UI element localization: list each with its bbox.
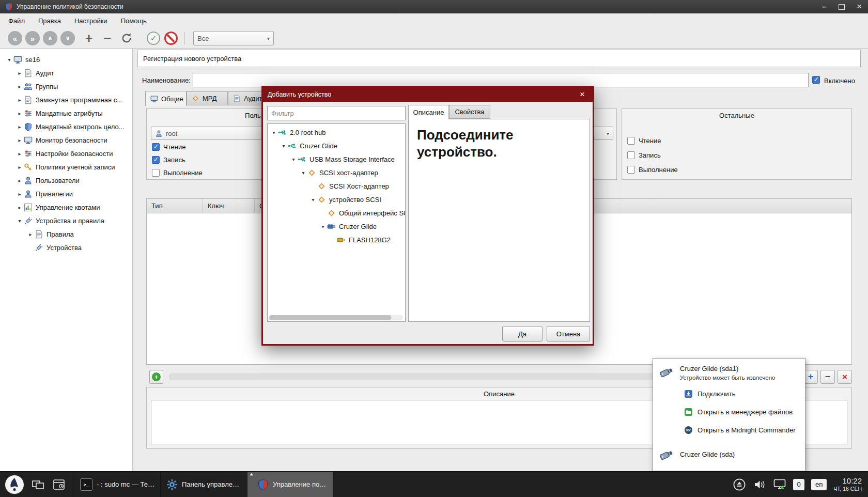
- chevron-down-icon[interactable]: [16, 218, 24, 224]
- keyboard-layout-indicator[interactable]: en: [811, 479, 827, 490]
- minimize-button[interactable]: [815, 0, 833, 13]
- yes-button[interactable]: Да: [502, 326, 542, 341]
- removable-media-icon[interactable]: [733, 478, 746, 491]
- sidebar-item-groups[interactable]: Группы: [0, 80, 132, 93]
- sidebar-item-privileges[interactable]: Привилегии: [0, 187, 132, 200]
- chevron-down-icon[interactable]: [309, 197, 317, 203]
- tree-item-mass-storage[interactable]: USB Mass Storage Interface: [268, 152, 405, 166]
- others-exec-row[interactable]: Выполнение: [627, 166, 678, 174]
- device-row-sda[interactable]: Cruzer Glide (sda): [658, 446, 735, 463]
- back-button[interactable]: [8, 31, 22, 45]
- chevron-down-icon[interactable]: [299, 170, 307, 176]
- others-write-row[interactable]: Запись: [627, 151, 661, 159]
- action-open-mc[interactable]: Открыть в Midnight Commander: [684, 426, 795, 434]
- sidebar-item-se16[interactable]: se16: [0, 53, 132, 66]
- start-menu-button[interactable]: [5, 475, 24, 494]
- chevron-right-icon[interactable]: [16, 97, 24, 103]
- forward-button[interactable]: [25, 31, 40, 45]
- add-attribute-button[interactable]: [149, 370, 163, 384]
- chevron-down-icon[interactable]: [289, 157, 298, 162]
- tree-item-flash-partition[interactable]: FLASH128G2: [268, 233, 405, 246]
- chevron-right-icon[interactable]: [16, 137, 24, 143]
- tree-item-scsi-device[interactable]: устройство SCSI: [268, 193, 405, 206]
- chevron-right-icon[interactable]: [16, 191, 24, 197]
- apply-button[interactable]: [147, 32, 160, 45]
- chevron-down-icon[interactable]: [5, 57, 13, 63]
- sidebar-item-devices[interactable]: Устройства: [0, 241, 132, 254]
- tree-item-scsi-generic[interactable]: Общий интерфейс SCSI: [268, 206, 405, 220]
- device-row-sda1[interactable]: Cruzer Glide (sda1) Устройство может быт…: [658, 364, 775, 381]
- filter-scope-combobox[interactable]: Все: [193, 31, 274, 45]
- chevron-right-icon[interactable]: [16, 164, 24, 170]
- chevron-down-icon[interactable]: [280, 143, 288, 149]
- sidebar-item-integrity-control[interactable]: Мандатный контроль цело...: [0, 120, 132, 133]
- chevron-right-icon[interactable]: [16, 178, 24, 183]
- others-read-row[interactable]: Чтение: [627, 137, 661, 145]
- clock[interactable]: 10:22 ЧТ, 16 СЕН: [833, 476, 862, 492]
- tree-item-scsi-host[interactable]: SCSI хост-адаптер: [268, 166, 405, 179]
- maximize-button[interactable]: [833, 0, 850, 13]
- sidebar-item-quotas[interactable]: Управление квотами: [0, 200, 132, 214]
- remote-display-icon[interactable]: [773, 478, 786, 491]
- close-button[interactable]: [850, 0, 868, 13]
- dialog-close-button[interactable]: [577, 89, 588, 100]
- task-control-panel[interactable]: Панель управления: [160, 472, 247, 497]
- dialog-titlebar[interactable]: Добавить устройство: [263, 87, 593, 102]
- menu-help[interactable]: Помощь: [114, 14, 153, 27]
- scrollbar-thumb[interactable]: [269, 315, 391, 320]
- enabled-checkbox[interactable]: [812, 76, 820, 84]
- dialog-tab-properties[interactable]: Свойства: [449, 105, 490, 119]
- sidebar-item-users[interactable]: Пользователи: [0, 174, 132, 187]
- chevron-right-icon[interactable]: [16, 70, 24, 76]
- volume-icon[interactable]: [753, 478, 766, 491]
- refresh-button[interactable]: [120, 32, 133, 44]
- sidebar-item-mandatory-attrs[interactable]: Мандатные атрибуты: [0, 106, 132, 120]
- read-checkbox[interactable]: [627, 137, 635, 145]
- users-write-row[interactable]: Запись: [152, 156, 185, 164]
- chevron-down-icon[interactable]: [270, 130, 278, 135]
- sidebar-item-audit[interactable]: Аудит: [0, 66, 132, 80]
- sidebar-item-closed-software[interactable]: Замкнутая программная с...: [0, 93, 132, 106]
- users-exec-row[interactable]: Выполнение: [152, 169, 203, 177]
- cancel-button[interactable]: [164, 32, 178, 45]
- task-terminal[interactable]: - : sudo mc — Терм...: [74, 472, 160, 497]
- exec-checkbox[interactable]: [152, 169, 160, 177]
- tree-item-root-hub[interactable]: 2.0 root hub: [268, 126, 405, 139]
- users-read-row[interactable]: Чтение: [152, 143, 185, 151]
- tree-item-cruzer[interactable]: Cruzer Glide: [268, 139, 405, 152]
- task-security-policy[interactable]: Управление поли...: [247, 472, 333, 497]
- column-header-key[interactable]: Ключ: [203, 199, 255, 213]
- column-header-type[interactable]: Тип: [147, 199, 203, 213]
- up-button[interactable]: [43, 31, 57, 45]
- down-button[interactable]: [60, 31, 75, 45]
- sidebar-item-devices-rules[interactable]: Устройства и правила: [0, 214, 132, 227]
- notification-counter[interactable]: 0: [793, 479, 804, 490]
- add-item-button[interactable]: [803, 370, 818, 384]
- exec-checkbox[interactable]: [627, 166, 635, 174]
- scheduler-icon[interactable]: [52, 478, 66, 491]
- chevron-down-icon[interactable]: [319, 224, 327, 229]
- sidebar-item-security-monitor[interactable]: Монитор безопасности: [0, 133, 132, 147]
- action-mount[interactable]: Подключить: [684, 390, 736, 398]
- read-checkbox[interactable]: [152, 143, 160, 151]
- dialog-tab-description[interactable]: Описание: [408, 105, 449, 119]
- tab-mrd[interactable]: МРД: [187, 91, 228, 105]
- chevron-right-icon[interactable]: [16, 205, 24, 210]
- menu-file[interactable]: Файл: [2, 14, 32, 27]
- tree-horizontal-scrollbar[interactable]: [269, 315, 403, 320]
- name-input[interactable]: [193, 73, 809, 87]
- write-checkbox[interactable]: [152, 156, 160, 164]
- tab-general[interactable]: Общие: [145, 91, 187, 106]
- tree-item-cruzer-disk[interactable]: Cruzer Glide: [268, 220, 405, 233]
- write-checkbox[interactable]: [627, 151, 635, 159]
- delete-item-button[interactable]: [838, 370, 852, 384]
- chevron-right-icon[interactable]: [16, 124, 24, 130]
- action-open-file-manager[interactable]: Открыть в менеджере файлов: [684, 408, 793, 416]
- menu-edit[interactable]: Правка: [32, 14, 68, 27]
- add-button[interactable]: [82, 31, 96, 45]
- sidebar-item-account-policies[interactable]: Политики учетной записи: [0, 160, 132, 174]
- window-switcher-icon[interactable]: [32, 478, 45, 491]
- remove-item-button[interactable]: [820, 370, 835, 384]
- cancel-dialog-button[interactable]: Отмена: [547, 326, 590, 341]
- sidebar-item-rules[interactable]: Правила: [0, 227, 132, 241]
